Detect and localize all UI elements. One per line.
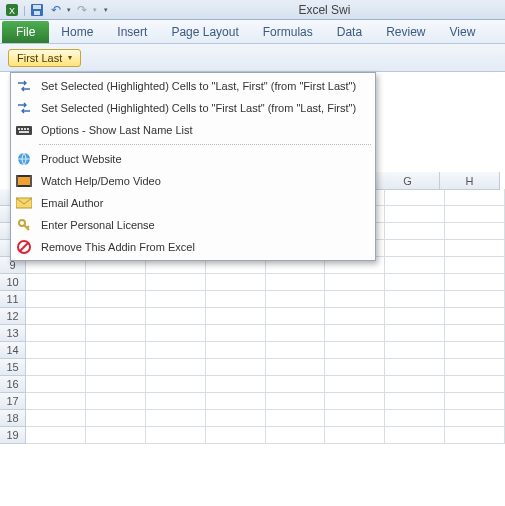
cell[interactable]: [86, 342, 146, 359]
cell[interactable]: [146, 325, 206, 342]
cell[interactable]: [86, 410, 146, 427]
menu-item[interactable]: Options - Show Last Name List: [11, 119, 375, 141]
cell[interactable]: [206, 291, 266, 308]
cell[interactable]: [146, 393, 206, 410]
redo-dropdown-icon[interactable]: ▾: [93, 6, 97, 14]
cell[interactable]: [385, 308, 445, 325]
cell[interactable]: [146, 291, 206, 308]
cell[interactable]: [26, 308, 86, 325]
cell[interactable]: [385, 257, 445, 274]
cell[interactable]: [266, 393, 326, 410]
cell[interactable]: [325, 359, 385, 376]
cell[interactable]: [445, 325, 505, 342]
cell[interactable]: [325, 291, 385, 308]
cell[interactable]: [385, 325, 445, 342]
menu-item[interactable]: Watch Help/Demo Video: [11, 170, 375, 192]
cell[interactable]: [146, 342, 206, 359]
cell[interactable]: [325, 325, 385, 342]
cell[interactable]: [445, 359, 505, 376]
cell[interactable]: [385, 274, 445, 291]
first-last-dropdown-button[interactable]: First Last ▾: [8, 49, 81, 67]
cell[interactable]: [325, 342, 385, 359]
cell[interactable]: [146, 359, 206, 376]
row-header[interactable]: 17: [0, 393, 26, 410]
tab-home[interactable]: Home: [49, 21, 105, 43]
cell[interactable]: [266, 274, 326, 291]
cell[interactable]: [266, 342, 326, 359]
cell[interactable]: [206, 274, 266, 291]
menu-item[interactable]: Set Selected (Highlighted) Cells to "Las…: [11, 75, 375, 97]
undo-icon[interactable]: ↶: [48, 2, 64, 18]
cell[interactable]: [445, 342, 505, 359]
cell[interactable]: [26, 291, 86, 308]
menu-item[interactable]: Remove This Addin From Excel: [11, 236, 375, 258]
cell[interactable]: [146, 427, 206, 444]
cell[interactable]: [266, 376, 326, 393]
cell[interactable]: [445, 410, 505, 427]
undo-dropdown-icon[interactable]: ▾: [67, 6, 71, 14]
cell[interactable]: [445, 223, 505, 240]
cell[interactable]: [445, 427, 505, 444]
tab-data[interactable]: Data: [325, 21, 374, 43]
cell[interactable]: [206, 342, 266, 359]
cell[interactable]: [325, 393, 385, 410]
cell[interactable]: [445, 189, 505, 206]
tab-formulas[interactable]: Formulas: [251, 21, 325, 43]
menu-item[interactable]: Enter Personal License: [11, 214, 375, 236]
column-header[interactable]: H: [440, 172, 500, 190]
cell[interactable]: [385, 393, 445, 410]
cell[interactable]: [86, 308, 146, 325]
cell[interactable]: [146, 376, 206, 393]
cell[interactable]: [445, 308, 505, 325]
save-icon[interactable]: [29, 2, 45, 18]
cell[interactable]: [325, 274, 385, 291]
row-header[interactable]: 15: [0, 359, 26, 376]
cell[interactable]: [325, 427, 385, 444]
cell[interactable]: [206, 376, 266, 393]
cell[interactable]: [445, 257, 505, 274]
cell[interactable]: [385, 359, 445, 376]
cell[interactable]: [385, 189, 445, 206]
cell[interactable]: [86, 359, 146, 376]
cell[interactable]: [445, 376, 505, 393]
cell[interactable]: [86, 325, 146, 342]
cell[interactable]: [266, 325, 326, 342]
cell[interactable]: [26, 427, 86, 444]
cell[interactable]: [445, 206, 505, 223]
cell[interactable]: [26, 376, 86, 393]
excel-icon[interactable]: X: [4, 2, 20, 18]
tab-page-layout[interactable]: Page Layout: [159, 21, 250, 43]
cell[interactable]: [26, 274, 86, 291]
menu-item[interactable]: Email Author: [11, 192, 375, 214]
row-header[interactable]: 10: [0, 274, 26, 291]
cell[interactable]: [266, 308, 326, 325]
cell[interactable]: [385, 240, 445, 257]
cell[interactable]: [266, 410, 326, 427]
row-header[interactable]: 12: [0, 308, 26, 325]
cell[interactable]: [445, 240, 505, 257]
cell[interactable]: [445, 274, 505, 291]
cell[interactable]: [146, 274, 206, 291]
cell[interactable]: [26, 393, 86, 410]
row-header[interactable]: 11: [0, 291, 26, 308]
cell[interactable]: [146, 410, 206, 427]
cell[interactable]: [26, 342, 86, 359]
cell[interactable]: [26, 325, 86, 342]
cell[interactable]: [325, 410, 385, 427]
cell[interactable]: [206, 359, 266, 376]
cell[interactable]: [325, 308, 385, 325]
cell[interactable]: [325, 376, 385, 393]
cell[interactable]: [385, 206, 445, 223]
tab-view[interactable]: View: [438, 21, 488, 43]
cell[interactable]: [206, 393, 266, 410]
row-header[interactable]: 14: [0, 342, 26, 359]
cell[interactable]: [385, 342, 445, 359]
cell[interactable]: [385, 376, 445, 393]
redo-icon[interactable]: ↷: [74, 2, 90, 18]
cell[interactable]: [206, 410, 266, 427]
row-header[interactable]: 19: [0, 427, 26, 444]
menu-item[interactable]: Set Selected (Highlighted) Cells to "Fir…: [11, 97, 375, 119]
cell[interactable]: [266, 291, 326, 308]
cell[interactable]: [206, 325, 266, 342]
cell[interactable]: [86, 427, 146, 444]
